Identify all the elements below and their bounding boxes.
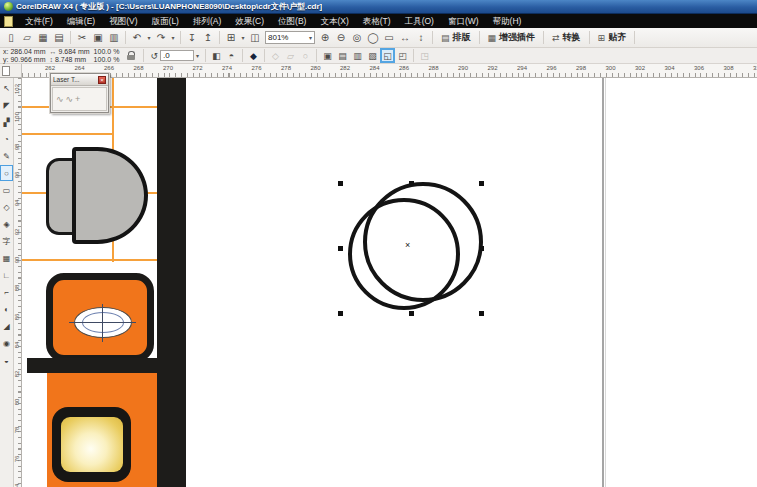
app-launcher-button[interactable]: ⊞ bbox=[223, 30, 239, 46]
selection-handle-top-center[interactable] bbox=[409, 181, 414, 186]
trim-button[interactable]: ▱ bbox=[283, 48, 298, 63]
paste-button[interactable]: ▥ bbox=[106, 30, 122, 46]
menu-item-9[interactable]: 工具(O) bbox=[398, 14, 441, 28]
rotation-angle-field[interactable]: .0 bbox=[160, 50, 194, 61]
zoom-height-button[interactable]: ↕ bbox=[413, 30, 429, 46]
open-button[interactable]: ▱ bbox=[19, 30, 35, 46]
zoom-selected-button[interactable]: ◎ bbox=[349, 30, 365, 46]
save-button[interactable]: ▦ bbox=[35, 30, 51, 46]
selection-center-marker[interactable]: × bbox=[405, 241, 410, 250]
table-tool[interactable]: ▦ bbox=[0, 250, 13, 266]
menu-item-4[interactable]: 排列(A) bbox=[186, 14, 228, 28]
laser-cursor-icon[interactable]: + bbox=[75, 94, 80, 104]
menu-item-8[interactable]: 表格(T) bbox=[356, 14, 398, 28]
menu-item-1[interactable]: 编辑(E) bbox=[60, 14, 102, 28]
chevron-down-icon[interactable]: ▾ bbox=[309, 34, 312, 41]
menu-item-3[interactable]: 版面(L) bbox=[145, 14, 186, 28]
weld-button[interactable]: ◇ bbox=[268, 48, 283, 63]
to-front-button[interactable]: ◱ bbox=[380, 48, 395, 63]
mirror-horizontal-button[interactable]: ◧ bbox=[209, 48, 224, 63]
laser-floating-toolbar[interactable]: Laser T... × ∿∿+ bbox=[50, 73, 109, 113]
drawing-canvas[interactable]: × bbox=[22, 78, 757, 487]
zoom-level-combo[interactable]: 801% ▾ bbox=[265, 31, 315, 44]
ellipse-tool[interactable]: ○ bbox=[0, 165, 13, 181]
convert-button[interactable]: ⇄转换 bbox=[547, 31, 586, 44]
counter-black-bar-shape[interactable] bbox=[27, 358, 179, 373]
menu-item-6[interactable]: 位图(B) bbox=[271, 14, 313, 28]
convert-to-curves-button[interactable]: ◆ bbox=[246, 48, 261, 63]
laser-toolbar-titlebar[interactable]: Laser T... × bbox=[51, 74, 108, 86]
rectangle-tool[interactable]: ▭ bbox=[0, 182, 13, 198]
selection-handle-mid-left[interactable] bbox=[338, 246, 343, 251]
import-button[interactable]: ↧ bbox=[184, 30, 200, 46]
ellipse-object-right[interactable] bbox=[363, 182, 483, 302]
wall-shape[interactable] bbox=[157, 78, 186, 487]
blend-tool[interactable]: ◐ bbox=[0, 301, 13, 317]
selection-handle-top-left[interactable] bbox=[338, 181, 343, 186]
text-tool[interactable]: 字 bbox=[0, 233, 13, 249]
chevron-down-icon[interactable]: ▾ bbox=[196, 52, 199, 59]
armchair-seat-shape[interactable] bbox=[72, 147, 148, 244]
selection-handle-bottom-left[interactable] bbox=[338, 311, 343, 316]
typeset-button[interactable]: ▤排版 bbox=[436, 31, 476, 44]
corel-online-button[interactable]: ◫ bbox=[247, 30, 263, 46]
basic-shapes-tool[interactable]: ◈ bbox=[0, 216, 13, 232]
cut-button[interactable]: ✂ bbox=[74, 30, 90, 46]
vertical-ruler[interactable]: 10210098969492908886848280787674 bbox=[14, 78, 22, 487]
intersect-button[interactable]: ○ bbox=[298, 48, 313, 63]
close-icon[interactable]: × bbox=[98, 76, 106, 84]
object-width-value[interactable]: 9.684 mm bbox=[58, 48, 89, 56]
group-button[interactable]: ▤ bbox=[335, 48, 350, 63]
order-button[interactable]: ▧ bbox=[365, 48, 380, 63]
new-button[interactable]: ▯ bbox=[3, 30, 19, 46]
zoom-page-button[interactable]: ▭ bbox=[381, 30, 397, 46]
to-back-button[interactable]: ◰ bbox=[395, 48, 410, 63]
menu-item-7[interactable]: 文本(X) bbox=[313, 14, 355, 28]
outline-width-button[interactable]: ◳ bbox=[417, 48, 432, 63]
menu-item-5[interactable]: 效果(C) bbox=[228, 14, 271, 28]
plugin-button[interactable]: ▦增强插件 bbox=[483, 31, 541, 44]
zoom-out-button[interactable]: ⊖ bbox=[333, 30, 349, 46]
crop-tool[interactable]: ▞ bbox=[0, 114, 13, 130]
pick-tool[interactable]: ↖ bbox=[0, 80, 13, 96]
ruler-origin-corner[interactable] bbox=[0, 64, 22, 78]
laser-curve2-icon[interactable]: ∿ bbox=[66, 94, 74, 104]
freehand-tool[interactable]: ✎ bbox=[0, 148, 13, 164]
fill-tool[interactable]: ◒ bbox=[0, 352, 13, 368]
horizontal-ruler[interactable]: 2622642662682702722742762782802822842862… bbox=[22, 64, 757, 78]
lock-ratio-icon[interactable] bbox=[127, 51, 136, 61]
mirror-vertical-button[interactable]: ◓ bbox=[224, 48, 239, 63]
laser-curve-icon[interactable]: ∿ bbox=[56, 94, 64, 104]
zoom-in-button[interactable]: ⊕ bbox=[317, 30, 333, 46]
selection-handle-top-right[interactable] bbox=[479, 181, 484, 186]
polygon-tool[interactable]: ◇ bbox=[0, 199, 13, 215]
connector-tool[interactable]: ⌐ bbox=[0, 284, 13, 300]
guideline-horizontal[interactable] bbox=[22, 259, 157, 261]
print-button[interactable]: ▤ bbox=[51, 30, 67, 46]
menu-item-10[interactable]: 窗口(W) bbox=[441, 14, 486, 28]
undo-dropdown[interactable]: ▾ bbox=[145, 30, 153, 46]
zoom-all-button[interactable]: ◯ bbox=[365, 30, 381, 46]
zoom-tool[interactable]: ◔ bbox=[0, 131, 13, 147]
scale-x-value[interactable]: 100.0 bbox=[94, 48, 112, 56]
outline-tool[interactable]: ◉ bbox=[0, 335, 13, 351]
eyedropper-tool[interactable]: ◢ bbox=[0, 318, 13, 334]
combine-button[interactable]: ▣ bbox=[320, 48, 335, 63]
redo-dropdown[interactable]: ▾ bbox=[169, 30, 177, 46]
stove-plate-shape[interactable] bbox=[61, 417, 123, 472]
selection-handle-mid-right[interactable] bbox=[479, 246, 484, 251]
ungroup-button[interactable]: ▥ bbox=[350, 48, 365, 63]
copy-button[interactable]: ▣ bbox=[90, 30, 106, 46]
guideline-horizontal[interactable] bbox=[22, 133, 114, 135]
y-position-value[interactable]: 90.966 mm bbox=[10, 56, 45, 64]
x-position-value[interactable]: 286.04 mm bbox=[10, 48, 45, 56]
object-height-value[interactable]: 8.748 mm bbox=[55, 56, 86, 64]
undo-button[interactable]: ↶ bbox=[129, 30, 145, 46]
snap-button[interactable]: ⊞贴齐 bbox=[593, 31, 632, 44]
shape-tool[interactable]: ◤ bbox=[0, 97, 13, 113]
menu-item-11[interactable]: 帮助(H) bbox=[486, 14, 529, 28]
export-button[interactable]: ↥ bbox=[200, 30, 216, 46]
selection-handle-bottom-center[interactable] bbox=[409, 311, 414, 316]
selection-handle-bottom-right[interactable] bbox=[479, 311, 484, 316]
menu-item-0[interactable]: 文件(F) bbox=[18, 14, 60, 28]
